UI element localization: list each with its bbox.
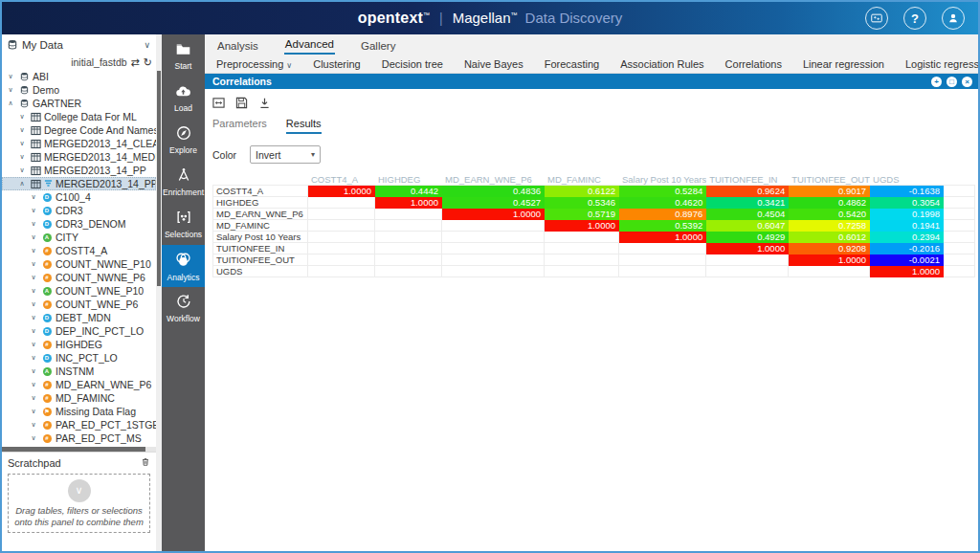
matrix-cell[interactable]: 1.0000	[308, 186, 375, 197]
matrix-empty-cell[interactable]	[308, 209, 375, 220]
tree-item[interactable]: ∨#COUNT_NWNE_P10	[2, 257, 156, 271]
chevron-down-icon[interactable]: ∨	[29, 341, 38, 348]
matrix-cell[interactable]: 0.6122	[545, 186, 619, 197]
save-button[interactable]	[235, 97, 248, 109]
tree-item[interactable]: ∨College Data For ML	[2, 110, 156, 123]
matrix-empty-cell[interactable]	[619, 266, 706, 277]
swap-icon[interactable]: ⇄	[131, 56, 140, 69]
matrix-cell[interactable]: 0.4929	[706, 232, 789, 243]
download-button[interactable]	[258, 97, 271, 109]
matrix-cell[interactable]: 1.0000	[375, 197, 442, 209]
matrix-empty-cell[interactable]	[308, 220, 375, 232]
matrix-cell[interactable]: -0.1638	[870, 186, 944, 197]
tree-item[interactable]: ∨ACITY	[2, 231, 156, 244]
tree-item[interactable]: ∨⚑Missing Data Flag	[2, 405, 156, 418]
matrix-empty-cell[interactable]	[308, 197, 375, 209]
matrix-cell[interactable]: 0.4836	[442, 186, 545, 197]
menu-item-clustering[interactable]: Clustering	[313, 58, 361, 70]
matrix-cell[interactable]: 0.6012	[789, 232, 870, 243]
rail-item-load[interactable]: Load	[162, 77, 205, 119]
menu-item-association-rules[interactable]: Association Rules	[620, 58, 703, 70]
matrix-cell[interactable]: 0.4442	[375, 186, 442, 197]
matrix-cell[interactable]: 0.7258	[789, 220, 870, 232]
tree-vertical-scrollbar[interactable]	[156, 34, 162, 551]
menu-item-decision-tree[interactable]: Decision tree	[382, 58, 443, 70]
matrix-cell[interactable]: 1.0000	[870, 266, 944, 277]
matrix-empty-cell[interactable]	[442, 266, 545, 277]
rail-item-start[interactable]: Start	[162, 34, 205, 77]
matrix-empty-cell[interactable]	[545, 254, 619, 266]
chevron-down-icon[interactable]: ∨	[29, 220, 38, 228]
chevron-up-icon[interactable]: ∧	[17, 180, 27, 188]
chevron-down-icon[interactable]: ∨	[29, 354, 38, 362]
chevron-down-icon[interactable]: ∨	[17, 166, 27, 174]
matrix-empty-cell[interactable]	[308, 232, 375, 243]
tree-item[interactable]: ∨MERGED2013_14_MEDIAN	[2, 150, 156, 164]
menu-item-correlations[interactable]: Correlations	[725, 58, 782, 70]
matrix-empty-cell[interactable]	[375, 243, 442, 254]
scratchpad-dropzone[interactable]: ∨ Drag tables, filters or selections ont…	[8, 474, 150, 533]
chevron-down-icon[interactable]: ∨	[29, 434, 38, 442]
matrix-empty-cell[interactable]	[442, 243, 545, 254]
scrollbar-handle[interactable]	[157, 71, 161, 286]
matrix-cell[interactable]: 1.0000	[545, 220, 619, 232]
tree-item[interactable]: ∨AINSTNM	[2, 365, 156, 378]
tree-item[interactable]: ∨#PAR_ED_PCT_1STGEN	[2, 418, 156, 431]
matrix-empty-cell[interactable]	[619, 254, 706, 266]
chevron-down-icon[interactable]: ∨	[29, 367, 38, 375]
tree-item[interactable]: ∨#COUNT_NWNE_P6	[2, 271, 156, 284]
tree-item[interactable]: ∨ACOUNT_WNE_P10	[2, 284, 156, 298]
chevron-down-icon[interactable]: ∨	[29, 327, 38, 335]
tab-advanced[interactable]: Advanced	[284, 36, 335, 55]
tree-item[interactable]: ∨MERGED2013_14_CLEAN	[2, 137, 156, 150]
chevron-down-icon[interactable]: ∨	[29, 300, 38, 308]
matrix-cell[interactable]: 1.0000	[619, 232, 706, 243]
chevron-down-icon[interactable]: ∨	[29, 233, 38, 241]
chevron-down-icon[interactable]: ∨	[29, 421, 38, 429]
matrix-cell[interactable]: 0.1998	[870, 209, 944, 220]
scrollbar-handle[interactable]	[2, 447, 145, 452]
matrix-empty-cell[interactable]	[442, 254, 545, 266]
matrix-cell[interactable]: 0.4504	[706, 209, 789, 220]
matrix-cell[interactable]: 0.5420	[789, 209, 870, 220]
matrix-cell[interactable]: 0.9017	[789, 186, 870, 197]
matrix-empty-cell[interactable]	[789, 266, 870, 277]
chevron-down-icon[interactable]: ∨	[29, 260, 38, 268]
screen-share-icon[interactable]	[865, 7, 888, 30]
color-select[interactable]: Invert ▾	[250, 145, 321, 164]
refresh-icon[interactable]: ↻	[144, 56, 152, 69]
rail-item-analytics[interactable]: Analytics	[162, 245, 205, 287]
matrix-cell[interactable]: 0.3421	[706, 197, 789, 209]
matrix-cell[interactable]: -0.2016	[870, 243, 944, 254]
chevron-down-icon[interactable]: ∨	[144, 40, 150, 50]
tree-item[interactable]: ∨DCDR3	[2, 204, 156, 217]
user-icon[interactable]	[942, 7, 965, 30]
tree-item[interactable]: ∨#MD_FAMINC	[2, 391, 156, 405]
matrix-empty-cell[interactable]	[375, 209, 442, 220]
chevron-down-icon[interactable]: ∨	[29, 381, 38, 388]
tree-item[interactable]: ∨MERGED2013_14_PP	[2, 164, 156, 177]
tree-item[interactable]: ∨#HIGHDEG	[2, 338, 156, 351]
tree-item[interactable]: ∨#COUNT_WNE_P6	[2, 298, 156, 311]
matrix-cell[interactable]: 0.5392	[619, 220, 706, 232]
matrix-empty-cell[interactable]	[308, 243, 375, 254]
matrix-cell[interactable]: 1.0000	[706, 243, 789, 254]
chevron-down-icon[interactable]: ∨	[17, 153, 27, 161]
tree-item[interactable]: ∧MERGED2013_14_PP - reduced	[2, 177, 156, 190]
tree-item[interactable]: ∨DINC_PCT_LO	[2, 351, 156, 365]
rail-item-workflow[interactable]: Workflow	[162, 287, 205, 329]
matrix-empty-cell[interactable]	[375, 232, 442, 243]
tree-item[interactable]: ∨#COSTT4_A	[2, 244, 156, 257]
tree-item[interactable]: ∨DC100_4	[2, 190, 156, 204]
close-window-button[interactable]: ×	[962, 77, 972, 87]
tab-analysis[interactable]: Analysis	[216, 38, 259, 55]
tab-gallery[interactable]: Gallery	[360, 38, 396, 55]
panel-tab-parameters[interactable]: Parameters	[212, 118, 267, 134]
matrix-cell[interactable]: 0.4620	[619, 197, 706, 209]
chevron-down-icon[interactable]: ∨	[6, 86, 15, 94]
matrix-cell[interactable]: 0.4862	[789, 197, 870, 209]
matrix-empty-cell[interactable]	[442, 220, 545, 232]
my-data-header[interactable]: My Data ∨	[2, 34, 156, 55]
rail-item-enrichment[interactable]: Enrichment	[162, 161, 205, 203]
rail-item-selections[interactable]: Selections	[162, 203, 205, 245]
